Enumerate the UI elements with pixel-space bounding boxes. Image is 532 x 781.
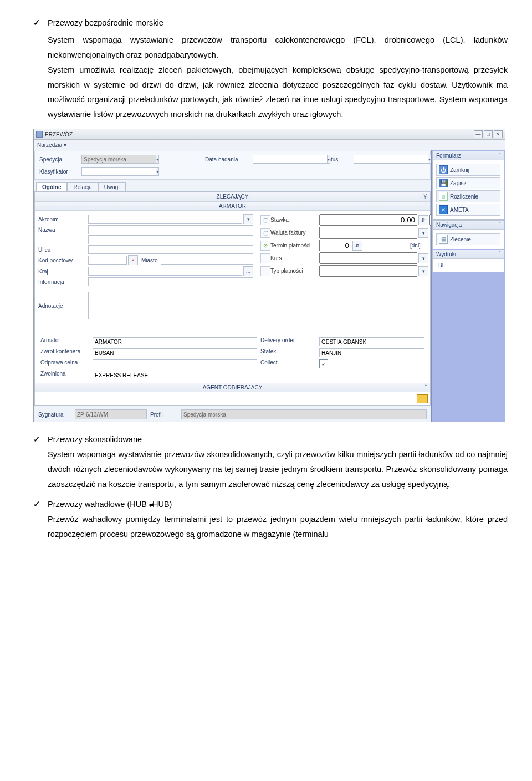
panel-formularz-head[interactable]: Formularzˆ	[433, 151, 504, 160]
waluta-label: Waluta faktury	[270, 230, 318, 236]
ulica-field[interactable]	[88, 245, 253, 254]
statek-field[interactable]	[319, 348, 424, 357]
section-armator[interactable]: ARMATORˆ	[35, 201, 430, 211]
paragraph: System umożliwia realizację zleceń pakie…	[33, 63, 508, 122]
row-icon: ▢	[260, 228, 270, 238]
armator-field[interactable]	[93, 337, 257, 346]
tab-ogolne[interactable]: Ogólne	[36, 182, 67, 191]
tab-relacja[interactable]: Relacja	[67, 182, 98, 191]
kraj-label: Kraj	[38, 268, 87, 275]
ameta-button[interactable]: ✕AMETA	[436, 204, 500, 216]
armator-label: Armator	[40, 337, 89, 346]
close-icon: ✕	[439, 205, 448, 214]
panel-nawigacja-head[interactable]: Nawigacjaˆ	[433, 221, 504, 230]
dropdown-icon[interactable]: ▾	[428, 155, 431, 164]
dropdown-icon[interactable]: ▾	[156, 155, 159, 164]
termin-field[interactable]	[319, 240, 351, 251]
typ-label: Typ płatności	[270, 268, 318, 274]
filter-row: Spedycja ▾ Data nadania ▾ Status ▾ Klasy…	[34, 151, 431, 180]
toolstrip: Narzędzia ▾	[34, 140, 505, 150]
zwolniona-field[interactable]	[93, 371, 257, 379]
miasto-field[interactable]	[161, 256, 253, 265]
dropdown-icon[interactable]: ▾	[328, 155, 330, 164]
adnotacje-field[interactable]	[88, 292, 253, 320]
profil-field	[181, 409, 427, 419]
klasyfikator-label: Klasyfikator	[39, 169, 78, 175]
nazwa-field[interactable]	[88, 225, 253, 234]
clear-icon[interactable]: ×	[128, 255, 138, 265]
akronim-field[interactable]	[88, 215, 242, 224]
note-corner	[35, 393, 430, 405]
app-icon	[36, 131, 43, 138]
ulica-label: Ulica	[38, 247, 87, 253]
info-label: Informacja	[38, 279, 87, 285]
titlebar: PRZEWÓZ — □ ×	[34, 129, 505, 140]
rozliczenie-button[interactable]: ⎚Rozliczenie	[436, 190, 500, 202]
zlecenie-link[interactable]: ▤Zlecenie	[436, 233, 500, 245]
close-button[interactable]: ×	[494, 130, 503, 138]
waluta-field[interactable]	[319, 227, 417, 239]
klasyfikator-field[interactable]	[81, 167, 156, 176]
armator-right-col: ▢ Stawka ⇵▾ ▢ Waluta faktury ▾ ⊘ Te	[257, 211, 430, 323]
delivery-label: Delivery order	[260, 337, 316, 346]
disallow-icon: ⊘	[260, 241, 270, 251]
bl-link[interactable]: BL	[436, 261, 500, 270]
section-sea-transport: Przewozy bezpośrednie morskie System wsp…	[33, 17, 508, 122]
spedycja-label: Spedycja	[39, 156, 78, 163]
paragraph: System wspomaga wystawianie przewozów tr…	[33, 33, 508, 63]
odprawa-label: Odprawa celna	[40, 359, 89, 368]
kod-field[interactable]	[88, 256, 127, 265]
save-icon: 💾	[439, 179, 448, 187]
close-form-button[interactable]: ⏻Zamknij	[436, 164, 500, 176]
dropdown-icon[interactable]: ▾	[418, 266, 428, 276]
stepper-icon[interactable]: ⇵	[418, 215, 428, 225]
info-field[interactable]	[88, 277, 253, 286]
tools-menu[interactable]: Narzędzia ▾	[37, 142, 66, 148]
armator-left-col: Akronim ▾ Nazwa Ulica Kod pocztowy ×Mias…	[35, 211, 257, 323]
odprawa-field[interactable]	[93, 359, 257, 368]
spedycja-field[interactable]	[81, 155, 156, 164]
tab-uwagi[interactable]: Uwagi	[98, 182, 126, 191]
window-title: PRZEWÓZ	[45, 131, 73, 138]
power-icon: ⏻	[439, 165, 448, 174]
section-consolidated: Przewozy skonsolidowane System wspomaga …	[33, 432, 508, 491]
section-title: Przewozy skonsolidowane	[48, 435, 142, 444]
stawka-label: Stawka	[270, 217, 318, 223]
note-icon[interactable]	[417, 394, 428, 403]
miasto-label: Miasto	[141, 257, 157, 263]
dropdown-icon[interactable]: ▾	[243, 214, 253, 224]
data-nadania-field[interactable]	[253, 155, 328, 164]
stawka-field[interactable]	[319, 214, 417, 226]
save-button[interactable]: 💾Zapisz	[436, 177, 500, 189]
dropdown-icon[interactable]: ▾	[156, 167, 159, 176]
panel-wydruki-head[interactable]: Wydrukiˆ	[433, 250, 504, 259]
delivery-field[interactable]	[319, 337, 424, 346]
data-nadania-label: Data nadania	[205, 156, 249, 163]
minimize-button[interactable]: —	[474, 130, 483, 138]
zwolniona-label: Zwolniona	[40, 371, 89, 379]
section-zlecajacy[interactable]: ZLECAJĄCY¥	[35, 192, 430, 201]
termin-label: Termin płatności	[270, 242, 318, 248]
kurs-label: Kurs	[270, 255, 318, 261]
dropdown-icon[interactable]: ▾	[418, 228, 428, 238]
stepper-icon[interactable]: ⇵	[352, 241, 362, 251]
zwrot-field[interactable]	[93, 348, 257, 357]
bottom-grid: Armator Delivery order Zwrot kontenera S…	[35, 334, 430, 383]
clear-icon: ⎚	[439, 192, 448, 201]
browse-icon[interactable]: …	[243, 266, 253, 276]
nazwa-field-2[interactable]	[88, 235, 253, 244]
form-main-area: Spedycja ▾ Data nadania ▾ Status ▾ Klasy…	[34, 150, 431, 422]
kurs-field[interactable]	[319, 252, 417, 264]
collect-checkbox[interactable]: ✓	[319, 359, 328, 368]
typ-field[interactable]	[319, 265, 417, 277]
status-field[interactable]	[354, 155, 428, 164]
dropdown-icon[interactable]: ▾	[418, 253, 428, 263]
maximize-button[interactable]: □	[484, 130, 493, 138]
kraj-field[interactable]	[88, 267, 242, 276]
adnotacje-label: Adnotacje	[38, 303, 87, 309]
tabstrip: Ogólne Relacja Uwagi	[34, 180, 431, 191]
profil-label: Profil	[150, 412, 178, 418]
collect-label: Collect	[260, 359, 316, 368]
nazwa-label: Nazwa	[38, 227, 87, 233]
section-agent[interactable]: AGENT ODBIERAJACYˆ	[35, 383, 430, 392]
